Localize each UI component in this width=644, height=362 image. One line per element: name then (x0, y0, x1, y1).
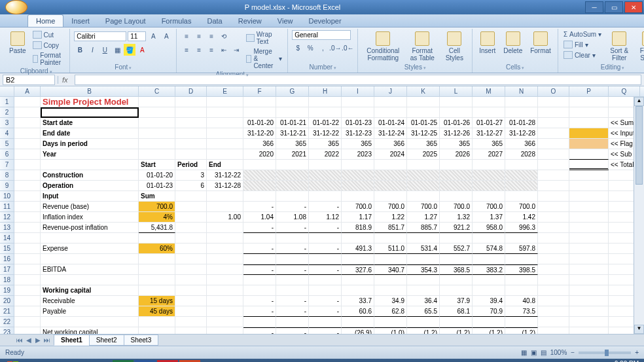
align-middle-button[interactable]: ≡ (193, 30, 205, 42)
cell-O16[interactable] (538, 254, 569, 264)
cell-H2[interactable] (309, 107, 342, 118)
cell-C19[interactable] (139, 285, 175, 296)
col-header-A[interactable]: A (14, 86, 41, 97)
align-left-button[interactable]: ≡ (181, 44, 192, 56)
cell-P13[interactable] (569, 223, 609, 233)
cell-G18[interactable] (276, 275, 309, 285)
cell-I19[interactable] (342, 285, 374, 296)
row-header-17[interactable]: 17 (0, 264, 14, 275)
cell-P5[interactable] (569, 139, 609, 149)
cell-F4[interactable]: 31-12-20 (243, 128, 276, 139)
cell-C11[interactable]: 700.0 (139, 202, 175, 212)
cell-O6[interactable] (538, 149, 569, 160)
cell-D22[interactable] (175, 317, 207, 327)
cell-O9[interactable] (538, 181, 569, 191)
cell-N2[interactable] (505, 107, 538, 118)
cell-L4[interactable]: 31-12-26 (440, 128, 473, 139)
tab-review[interactable]: Review (230, 15, 270, 27)
cell-L8[interactable] (440, 170, 473, 181)
cell-D2[interactable] (175, 107, 207, 118)
formula-input[interactable] (75, 75, 641, 85)
align-right-button[interactable]: ≡ (206, 44, 217, 56)
cell-H3[interactable]: 01-01-22 (309, 118, 342, 128)
cell-P3[interactable] (569, 118, 609, 128)
cell-I14[interactable] (342, 233, 374, 244)
cell-K12[interactable]: 1.27 (407, 212, 440, 223)
cell-I16[interactable] (342, 254, 374, 264)
sheet-tab-2[interactable]: Sheet2 (89, 335, 124, 346)
col-header-Q[interactable]: Q (609, 86, 640, 97)
cell-G11[interactable]: - (276, 202, 309, 212)
cell-G3[interactable]: 01-01-21 (276, 118, 309, 128)
cell-I12[interactable]: 1.17 (342, 212, 374, 223)
cell-O8[interactable] (538, 170, 569, 181)
row-header-2[interactable]: 2 (0, 107, 14, 118)
decrease-decimal-button[interactable]: .0← (342, 42, 353, 54)
cell-F9[interactable] (243, 181, 276, 191)
cell-G20[interactable]: - (276, 296, 309, 306)
cell-K2[interactable] (407, 107, 440, 118)
cell-B20[interactable]: Receivable (41, 296, 139, 306)
cell-E2[interactable] (207, 107, 243, 118)
row-header-7[interactable]: 7 (0, 160, 14, 170)
insert-button[interactable]: Insert (476, 30, 498, 56)
cell-D1[interactable] (175, 97, 207, 107)
cell-M6[interactable]: 2027 (473, 149, 505, 160)
cell-B16[interactable] (41, 254, 139, 264)
cell-I5[interactable]: 365 (342, 139, 374, 149)
cell-E16[interactable] (207, 254, 243, 264)
row-header-15[interactable]: 15 (0, 244, 14, 254)
cell-F20[interactable]: - (243, 296, 276, 306)
cell-A22[interactable] (14, 317, 41, 327)
cell-K18[interactable] (407, 275, 440, 285)
number-format-select[interactable]: General (292, 30, 351, 40)
scroll-down-button[interactable]: ▼ (634, 325, 644, 334)
cell-C12[interactable]: 4% (139, 212, 175, 223)
cell-J9[interactable] (374, 181, 407, 191)
cell-styles-button[interactable]: Cell Styles (440, 30, 468, 63)
cell-A20[interactable] (14, 296, 41, 306)
row-header-16[interactable]: 16 (0, 254, 14, 264)
taskbar-ppt[interactable]: P (179, 360, 200, 363)
cell-E21[interactable] (207, 306, 243, 317)
cell-P21[interactable] (569, 306, 609, 317)
cell-B12[interactable]: Inflation index (41, 212, 139, 223)
taskbar-ie[interactable]: 🌐 (24, 360, 45, 363)
cell-N23[interactable]: (1.2) (505, 327, 538, 334)
col-header-P[interactable]: P (569, 86, 609, 97)
row-header-9[interactable]: 9 (0, 181, 14, 191)
cell-L11[interactable]: 700.0 (440, 202, 473, 212)
cell-O11[interactable] (538, 202, 569, 212)
cell-B21[interactable]: Payable (41, 306, 139, 317)
cell-A9[interactable] (14, 181, 41, 191)
cell-C16[interactable] (139, 254, 175, 264)
cell-H14[interactable] (309, 233, 342, 244)
cell-P16[interactable] (569, 254, 609, 264)
row-header-8[interactable]: 8 (0, 170, 14, 181)
cell-H22[interactable] (309, 317, 342, 327)
cell-E4[interactable] (207, 128, 243, 139)
cell-K20[interactable]: 36.4 (407, 296, 440, 306)
cell-M17[interactable]: 383.2 (473, 264, 505, 275)
close-button[interactable]: ✕ (624, 1, 643, 13)
cell-M10[interactable] (473, 191, 505, 202)
cell-N9[interactable] (505, 181, 538, 191)
col-header-O[interactable]: O (538, 86, 569, 97)
col-header-I[interactable]: I (342, 86, 374, 97)
cell-H13[interactable]: - (309, 223, 342, 233)
cell-N7[interactable] (505, 160, 538, 170)
orientation-button[interactable]: ⟲ (218, 30, 230, 42)
col-header-G[interactable]: G (276, 86, 309, 97)
cell-B5[interactable]: Days in period (41, 139, 139, 149)
cell-C21[interactable]: 45 days (139, 306, 175, 317)
cell-H16[interactable] (309, 254, 342, 264)
tab-view[interactable]: View (270, 15, 301, 27)
cell-F17[interactable]: - (243, 264, 276, 275)
cell-O12[interactable] (538, 212, 569, 223)
align-bottom-button[interactable]: ≡ (206, 30, 217, 42)
cell-M13[interactable]: 958.0 (473, 223, 505, 233)
copy-button[interactable]: Copy (31, 41, 66, 50)
cell-E22[interactable] (207, 317, 243, 327)
cell-I17[interactable]: 327.6 (342, 264, 374, 275)
cell-H4[interactable]: 31-12-22 (309, 128, 342, 139)
